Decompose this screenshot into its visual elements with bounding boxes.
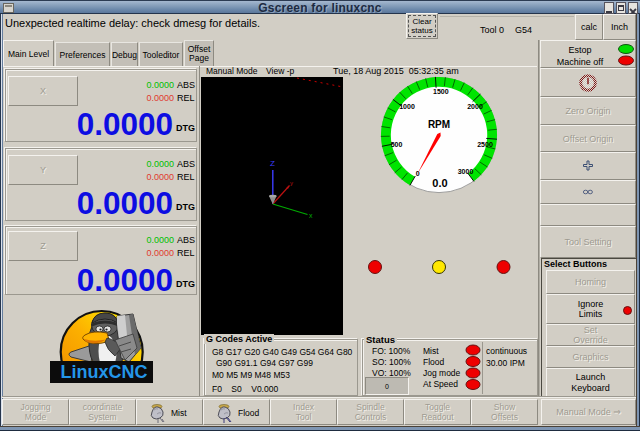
svg-text:Z: Z [270, 159, 275, 168]
svg-text:RPM: RPM [428, 119, 450, 130]
svg-text:2500: 2500 [477, 141, 493, 148]
svg-text:0: 0 [416, 170, 420, 177]
svg-text:500: 500 [391, 141, 403, 148]
svg-text:3000: 3000 [458, 168, 474, 175]
svg-text:0.0: 0.0 [432, 177, 447, 189]
svg-text:1000: 1000 [399, 103, 415, 110]
svg-text:2000: 2000 [467, 103, 483, 110]
svg-text:LinuxCNC: LinuxCNC [61, 362, 148, 382]
svg-text:y: y [290, 180, 293, 186]
svg-text:1500: 1500 [433, 88, 449, 95]
svg-text:x: x [309, 212, 313, 219]
